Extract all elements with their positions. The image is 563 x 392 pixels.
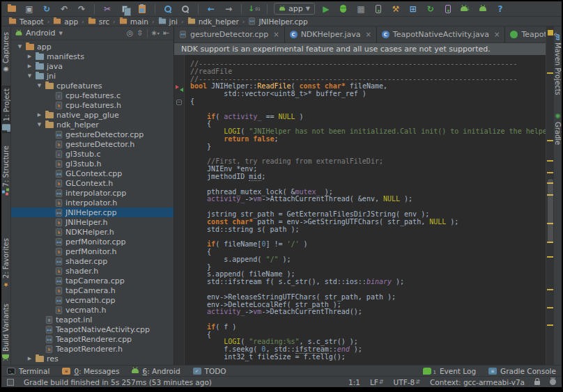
- tool-strip-structure[interactable]: 7: Structure: [2, 143, 10, 198]
- close-icon[interactable]: ×: [365, 31, 371, 38]
- close-icon[interactable]: ×: [494, 31, 500, 38]
- save-all-icon[interactable]: ▣: [23, 3, 36, 15]
- changed-line-mark[interactable]: [547, 289, 553, 290]
- tree-expand-icon[interactable]: ▶: [26, 63, 33, 69]
- run-with-coverage-icon[interactable]: ▦: [355, 3, 367, 15]
- highlighting-level-icon[interactable]: [550, 379, 556, 385]
- synchronize-icon[interactable]: ↻: [40, 3, 53, 15]
- tool-strip-maven[interactable]: mMaven Projects: [554, 31, 562, 98]
- find-icon[interactable]: [162, 3, 174, 15]
- tool-window-button-android[interactable]: 6: Android: [132, 367, 180, 375]
- tool-window-button-eventlog[interactable]: 1Event Log: [423, 367, 476, 375]
- breadcrumb-item[interactable]: src: [86, 17, 111, 26]
- tool-strip-gradle[interactable]: ◉Gradle: [554, 109, 562, 148]
- tool-strip-favorites[interactable]: ★2: Favorites: [2, 235, 10, 291]
- tree-item[interactable]: ▼cpufeatures: [11, 81, 173, 91]
- tree-item[interactable]: ++vecmath.cpp: [11, 295, 173, 305]
- tree-item[interactable]: hgestureDetector.h: [11, 139, 173, 149]
- tree-item[interactable]: ▶native_app_glue: [11, 110, 173, 120]
- attach-debugger-icon[interactable]: [372, 3, 385, 15]
- changed-line-mark[interactable]: [547, 72, 553, 74]
- changed-line-mark[interactable]: [547, 140, 553, 141]
- avd-manager-icon[interactable]: [442, 3, 454, 15]
- editor-tab[interactable]: CTeapotNativeActivity.java×: [377, 26, 506, 42]
- breadcrumb-item[interactable]: Teapot: [7, 17, 45, 26]
- breadcrumb-item[interactable]: app: [52, 17, 79, 26]
- toggle-tool-buttons-icon[interactable]: [7, 379, 14, 386]
- tree-expand-icon[interactable]: ▼: [36, 83, 43, 88]
- error-stripe-scrollbar[interactable]: [546, 26, 554, 365]
- lock-icon[interactable]: [534, 381, 540, 385]
- help-icon[interactable]: ?: [494, 3, 507, 15]
- hide-panel-icon[interactable]: ⇤: [163, 29, 169, 38]
- tree-item[interactable]: hgl3stub.h: [11, 159, 173, 168]
- tool-strip-project[interactable]: 1: Project: [2, 86, 10, 133]
- tree-item[interactable]: hNDKHelper.h: [11, 227, 173, 237]
- tree-item[interactable]: ▶manifests: [11, 52, 173, 61]
- settings-icon[interactable]: ⚒: [390, 3, 402, 15]
- tree-expand-icon[interactable]: ▶: [26, 54, 33, 59]
- tree-item[interactable]: ▶res: [11, 354, 173, 363]
- encoding-selector[interactable]: UTF-8⇵: [394, 378, 420, 386]
- run-icon[interactable]: ▶: [320, 3, 332, 15]
- tree-item[interactable]: ++JNIHelper.cpp: [11, 207, 173, 217]
- close-icon[interactable]: ×: [273, 31, 279, 38]
- find-in-path-icon[interactable]: [179, 3, 192, 15]
- vcs-change-marker-icon[interactable]: [176, 85, 183, 91]
- tree-item[interactable]: ≡teapot.inl: [11, 315, 173, 324]
- breadcrumb-item[interactable]: ++JNIHelper.cpp: [247, 17, 309, 26]
- tree-item[interactable]: hinterpolator.h: [11, 198, 173, 207]
- tool-window-button-console[interactable]: ≡Gradle Console: [488, 367, 556, 375]
- tool-window-button-todo[interactable]: ✓TODO: [193, 367, 226, 375]
- tree-expand-icon[interactable]: ▼: [36, 122, 43, 127]
- tree-item[interactable]: ++TeapotRenderer.cpp: [11, 334, 173, 344]
- tree-item[interactable]: ▶java: [11, 61, 173, 71]
- scrollbar-thumb[interactable]: [548, 179, 553, 243]
- tree-item[interactable]: hTeapotRenderer.h: [11, 344, 173, 354]
- android-device-monitor-icon[interactable]: [477, 3, 489, 15]
- redo-icon[interactable]: ↷: [75, 3, 88, 15]
- gradle-sync-icon[interactable]: ↻: [424, 3, 437, 15]
- changed-line-mark[interactable]: [547, 172, 553, 173]
- update-project-info-icon[interactable]: ↓01: [248, 3, 261, 15]
- debug-icon[interactable]: [337, 3, 350, 15]
- project-structure-icon[interactable]: ⊞: [407, 3, 419, 15]
- tree-item[interactable]: cgl3stub.c: [11, 149, 173, 159]
- tree-item[interactable]: ccpu-features.c: [11, 91, 173, 100]
- breadcrumb-item[interactable]: jni: [157, 17, 180, 26]
- chevron-down-icon[interactable]: ▼: [59, 31, 63, 36]
- tree-item[interactable]: hcpu-features.h: [11, 100, 173, 110]
- code-editor[interactable]: − //------------------------------------…: [174, 55, 546, 365]
- breadcrumb-item[interactable]: main: [118, 17, 150, 26]
- tree-item[interactable]: ▼jni: [11, 71, 173, 81]
- tool-window-button-terminal[interactable]: ›_Terminal: [7, 367, 49, 375]
- copy-icon[interactable]: [118, 3, 131, 15]
- back-icon[interactable]: ←: [205, 3, 217, 15]
- project-view-selector[interactable]: Android: [26, 29, 56, 38]
- tree-item[interactable]: ++shader.cpp: [11, 256, 173, 266]
- fold-marker-icon[interactable]: −: [176, 100, 182, 105]
- tool-window-button-messages[interactable]: ≡0: Messages: [62, 367, 119, 375]
- changed-line-mark[interactable]: [547, 256, 553, 258]
- tree-expand-icon[interactable]: ▶: [26, 356, 33, 361]
- changed-line-mark[interactable]: [547, 324, 553, 326]
- run-configuration[interactable]: app▼: [274, 3, 315, 15]
- build-context[interactable]: Context: gcc-armeabi-v7a: [430, 378, 525, 386]
- tree-item[interactable]: hshader.h: [11, 266, 173, 276]
- tree-expand-icon[interactable]: ▼: [17, 44, 23, 49]
- tree-item[interactable]: ++tapCamera.cpp: [11, 276, 173, 285]
- tool-strip-build-variants[interactable]: Build Variants: [2, 301, 10, 362]
- editor-tab[interactable]: CNDKHelper.java×: [285, 26, 377, 42]
- open-icon[interactable]: [6, 3, 18, 15]
- editor-tab[interactable]: ++gestureDetector.cpp×: [174, 26, 285, 42]
- tree-item[interactable]: ++interpolator.cpp: [11, 188, 173, 198]
- tree-item[interactable]: ++TeapotNativeActivity.cpp: [11, 324, 173, 334]
- tree-expand-icon[interactable]: ▼: [26, 73, 33, 79]
- tree-item[interactable]: ++GLContext.cpp: [11, 168, 173, 178]
- gear-icon[interactable]: ∗▾: [151, 29, 160, 38]
- undo-icon[interactable]: ↶: [58, 3, 70, 15]
- tool-strip-captures[interactable]: ◉Captures: [2, 29, 10, 76]
- caret-position[interactable]: 1:1: [348, 378, 360, 386]
- sdk-manager-icon[interactable]: ↓: [459, 3, 472, 15]
- tree-item[interactable]: hJNIHelper.h: [11, 217, 173, 227]
